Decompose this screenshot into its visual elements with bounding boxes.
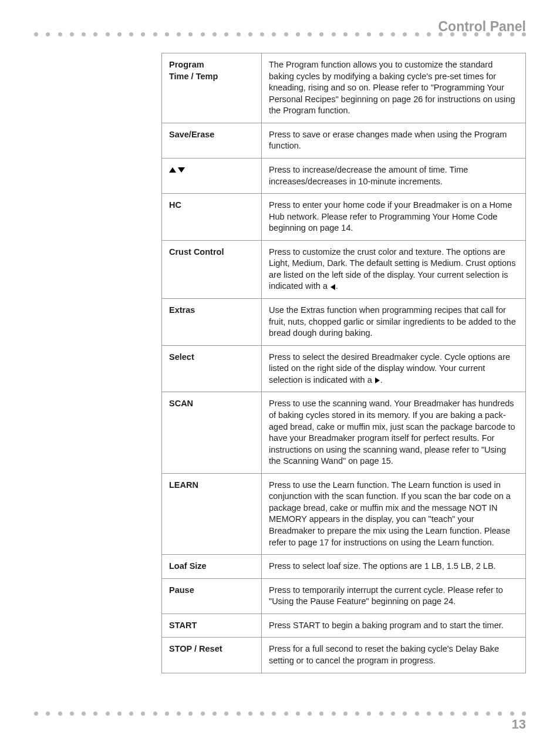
dot xyxy=(237,712,241,716)
row-label: ProgramTime / Temp xyxy=(162,53,262,123)
dot xyxy=(224,32,228,36)
dot xyxy=(224,712,228,716)
dot xyxy=(427,32,431,36)
dot xyxy=(165,32,169,36)
row-label: Extras xyxy=(162,299,262,346)
dot xyxy=(188,712,193,716)
dot xyxy=(141,32,145,36)
row-label: SCAN xyxy=(162,392,262,473)
page-number: 13 xyxy=(512,717,526,732)
dots-bottom xyxy=(34,712,526,716)
dot xyxy=(498,32,502,36)
dot xyxy=(34,712,38,716)
dot xyxy=(343,712,348,716)
dot xyxy=(403,32,407,36)
dot xyxy=(510,32,514,36)
dot xyxy=(117,712,122,716)
row-description: The Program function allows you to custo… xyxy=(262,53,526,123)
dot xyxy=(46,32,50,36)
dot xyxy=(153,32,157,36)
dot xyxy=(355,32,359,36)
row-label: Loaf Size xyxy=(162,555,262,579)
row-description: Press START to begin a baking program an… xyxy=(262,613,526,638)
triangle-right-icon xyxy=(375,377,380,383)
dot xyxy=(486,32,490,36)
dot xyxy=(522,32,526,36)
dot xyxy=(415,712,419,716)
table-row: LEARNPress to use the Learn function. Th… xyxy=(162,473,526,554)
row-label: Select xyxy=(162,345,262,392)
dot xyxy=(343,32,348,36)
dot xyxy=(272,32,276,36)
dot xyxy=(391,712,395,716)
dot xyxy=(332,32,336,36)
dot xyxy=(284,32,288,36)
row-label: Crust Control xyxy=(162,240,262,298)
dot xyxy=(58,712,62,716)
row-description: Press to use the scanning wand. Your Bre… xyxy=(262,392,526,473)
dot xyxy=(391,32,395,36)
dot xyxy=(106,32,110,36)
row-description: Press to enter your home code if your Br… xyxy=(262,194,526,241)
dot xyxy=(319,32,323,36)
dot xyxy=(379,712,383,716)
dot xyxy=(260,712,264,716)
dot xyxy=(308,32,312,36)
row-label: STOP / Reset xyxy=(162,638,262,673)
dot xyxy=(248,32,252,36)
table-row: HCPress to enter your home code if your … xyxy=(162,194,526,241)
dot xyxy=(129,712,133,716)
row-label: Save/Erase xyxy=(162,123,262,158)
triangle-up-icon xyxy=(169,167,176,173)
dot xyxy=(284,712,288,716)
dots-top xyxy=(34,32,526,36)
table-row: ExtrasUse the Extras function when progr… xyxy=(162,299,526,346)
dot xyxy=(177,712,181,716)
table-row: STARTPress START to begin a baking progr… xyxy=(162,613,526,638)
dot xyxy=(106,712,110,716)
table-row: STOP / ResetPress for a full second to r… xyxy=(162,638,526,673)
dot xyxy=(201,32,205,36)
dot xyxy=(177,32,181,36)
dot xyxy=(188,32,193,36)
row-description: Press to increase/decrease the amount of… xyxy=(262,158,526,193)
dot xyxy=(438,712,443,716)
table-row: Save/ErasePress to save or erase changes… xyxy=(162,123,526,158)
dot xyxy=(450,712,454,716)
dot xyxy=(450,32,454,36)
dot xyxy=(296,32,300,36)
dot xyxy=(93,32,97,36)
dot xyxy=(498,712,502,716)
row-label: START xyxy=(162,613,262,638)
dot xyxy=(70,712,74,716)
row-description: Press to select loaf size. The options a… xyxy=(262,555,526,579)
dot xyxy=(379,32,383,36)
dot xyxy=(141,712,145,716)
dot xyxy=(296,712,300,716)
dot xyxy=(248,712,252,716)
dot xyxy=(438,32,443,36)
dot xyxy=(153,712,157,716)
table-row: Press to increase/decrease the amount of… xyxy=(162,158,526,193)
row-label: Pause xyxy=(162,578,262,613)
dot xyxy=(237,32,241,36)
dot xyxy=(474,712,478,716)
dot xyxy=(319,712,323,716)
dot xyxy=(46,712,50,716)
table-row: SCANPress to use the scanning wand. Your… xyxy=(162,392,526,473)
dot xyxy=(212,712,217,716)
dot xyxy=(367,32,371,36)
triangle-down-icon xyxy=(178,167,185,173)
dot xyxy=(367,712,371,716)
dot xyxy=(165,712,169,716)
table-row: Crust ControlPress to customize the crus… xyxy=(162,240,526,298)
row-description: Press to save or erase changes made when… xyxy=(262,123,526,158)
dot xyxy=(212,32,217,36)
dot xyxy=(260,32,264,36)
dot xyxy=(474,32,478,36)
dot xyxy=(272,712,276,716)
row-description: Press to select the desired Breadmaker c… xyxy=(262,345,526,392)
row-description: Press to temporarily interrupt the curre… xyxy=(262,578,526,613)
row-description: Use the Extras function when programming… xyxy=(262,299,526,346)
row-label xyxy=(162,158,262,193)
